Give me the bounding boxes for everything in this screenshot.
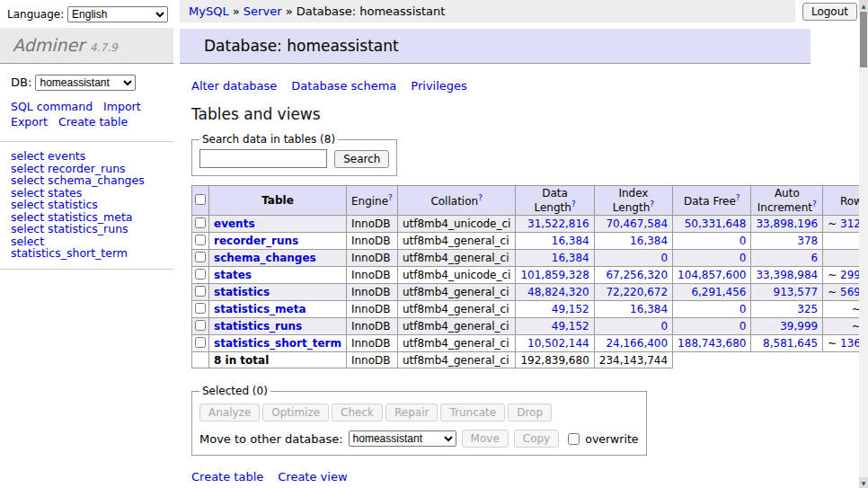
data-free-link[interactable]: 0 bbox=[740, 320, 747, 333]
help-link[interactable]: ? bbox=[650, 200, 654, 209]
row-checkbox[interactable] bbox=[195, 269, 206, 279]
truncate-button[interactable]: Truncate bbox=[440, 404, 505, 421]
help-link[interactable]: ? bbox=[478, 193, 483, 202]
sidebar-select-recorder-runs[interactable]: select recorder_runs bbox=[11, 163, 163, 175]
vertical-scrollbar[interactable]: ▲ ▼ bbox=[859, 0, 868, 488]
move-db-select[interactable]: homeassistant bbox=[349, 430, 456, 447]
auto-increment-cell: 913,577 bbox=[751, 284, 823, 301]
select-all-checkbox[interactable] bbox=[195, 194, 206, 205]
auto-increment-link[interactable]: 913,577 bbox=[774, 286, 819, 298]
help-link[interactable]: ? bbox=[812, 200, 817, 209]
link-create-table[interactable]: Create table bbox=[191, 470, 263, 484]
index-length-link[interactable]: 72,220,672 bbox=[606, 286, 668, 298]
auto-increment-link[interactable]: 325 bbox=[797, 303, 818, 315]
data-length-link[interactable]: 31,522,816 bbox=[527, 217, 589, 230]
language-select[interactable]: English bbox=[67, 6, 168, 22]
link-privileges[interactable]: Privileges bbox=[411, 79, 467, 93]
table-link-statistics[interactable]: statistics bbox=[214, 286, 270, 298]
sidebar-select-schema-changes[interactable]: select schema_changes bbox=[11, 174, 163, 187]
row-checkbox[interactable] bbox=[195, 217, 206, 228]
sidebar-link-import[interactable]: Import bbox=[103, 100, 141, 113]
auto-increment-link[interactable]: 8,581,645 bbox=[763, 337, 818, 350]
sidebar-select-states[interactable]: select states bbox=[11, 187, 163, 200]
data-length-link[interactable]: 49,152 bbox=[552, 320, 589, 333]
data-free-link[interactable]: 0 bbox=[740, 303, 747, 315]
help-link[interactable]: ? bbox=[736, 193, 740, 202]
data-length-link[interactable]: 48,824,320 bbox=[527, 286, 589, 298]
index-length-link[interactable]: 67,256,320 bbox=[606, 269, 668, 281]
row-checkbox[interactable] bbox=[195, 235, 206, 245]
index-length-link[interactable]: 16,384 bbox=[630, 235, 668, 247]
auto-increment-link[interactable]: 33,398,984 bbox=[756, 269, 818, 281]
collation-cell: utf8mb4_general_ci bbox=[397, 318, 516, 335]
link-database-schema[interactable]: Database schema bbox=[291, 79, 396, 93]
breadcrumb-item-mysql[interactable]: MySQL bbox=[189, 4, 229, 18]
app-name-link[interactable]: Adminer bbox=[13, 35, 84, 55]
index-length-link[interactable]: 16,384 bbox=[630, 303, 668, 315]
data-free-link[interactable]: 188,743,680 bbox=[678, 337, 746, 350]
row-checkbox[interactable] bbox=[195, 286, 206, 297]
sidebar-select-statistics-short-term[interactable]: select statistics_short_term bbox=[11, 235, 163, 260]
data-length-link[interactable]: 16,384 bbox=[552, 235, 589, 247]
approx-sign: ~ bbox=[828, 269, 840, 281]
table-link-statistics-short-term[interactable]: statistics_short_term bbox=[214, 337, 341, 350]
auto-increment-link[interactable]: 378 bbox=[797, 235, 818, 247]
row-checkbox[interactable] bbox=[195, 320, 206, 331]
help-link[interactable]: ? bbox=[571, 200, 576, 209]
data-free-link[interactable]: 104,857,600 bbox=[678, 269, 746, 281]
link-alter-database[interactable]: Alter database bbox=[191, 79, 277, 93]
overwrite-checkbox[interactable] bbox=[568, 433, 580, 445]
selected-fieldset: Selected (0) AnalyzeOptimizeCheckRepairT… bbox=[191, 385, 647, 456]
data-length-link[interactable]: 101,859,328 bbox=[520, 269, 589, 281]
data-free-link[interactable]: 0 bbox=[740, 235, 747, 247]
row-checkbox[interactable] bbox=[195, 303, 206, 314]
move-button[interactable]: Move bbox=[462, 430, 509, 448]
auto-increment-link[interactable]: 33,898,196 bbox=[756, 217, 818, 230]
scroll-down-arrow-icon[interactable]: ▼ bbox=[859, 477, 868, 488]
copy-button[interactable]: Copy bbox=[514, 430, 559, 448]
sidebar-select-statistics-runs[interactable]: select statistics_runs bbox=[11, 223, 163, 235]
analyze-button[interactable]: Analyze bbox=[199, 404, 260, 421]
search-input[interactable] bbox=[199, 149, 327, 168]
data-length-link[interactable]: 16,384 bbox=[552, 252, 589, 264]
collation-cell: utf8mb4_general_ci bbox=[397, 233, 516, 250]
sidebar-link-export[interactable]: Export bbox=[11, 115, 48, 129]
table-link-recorder-runs[interactable]: recorder_runs bbox=[214, 235, 298, 247]
table-link-states[interactable]: states bbox=[214, 269, 252, 281]
scrollbar-thumb[interactable] bbox=[860, 12, 867, 67]
sidebar-link-sql-command[interactable]: SQL command bbox=[11, 100, 93, 113]
index-length-link[interactable]: 0 bbox=[660, 252, 668, 264]
auto-increment-link[interactable]: 6 bbox=[811, 252, 819, 264]
index-length-link[interactable]: 0 bbox=[660, 320, 668, 333]
data-free-link[interactable]: 0 bbox=[740, 252, 747, 264]
data-free-link[interactable]: 50,331,648 bbox=[685, 217, 747, 230]
row-checkbox[interactable] bbox=[195, 337, 206, 348]
auto-increment-link[interactable]: 39,999 bbox=[780, 320, 818, 333]
drop-button[interactable]: Drop bbox=[508, 404, 552, 421]
help-link[interactable]: ? bbox=[388, 193, 393, 202]
table-link-schema-changes[interactable]: schema_changes bbox=[214, 252, 316, 264]
index-length-link[interactable]: 24,166,400 bbox=[606, 337, 668, 350]
table-link-statistics-runs[interactable]: statistics_runs bbox=[214, 320, 302, 333]
breadcrumb-item-server[interactable]: Server bbox=[244, 4, 282, 18]
sidebar-link-create-table[interactable]: Create table bbox=[58, 115, 128, 129]
sidebar-select-events[interactable]: select events bbox=[11, 150, 163, 163]
sidebar-select-statistics[interactable]: select statistics bbox=[11, 199, 163, 211]
link-create-view[interactable]: Create view bbox=[278, 470, 347, 484]
search-button[interactable]: Search bbox=[334, 150, 389, 168]
repair-button[interactable]: Repair bbox=[385, 404, 438, 421]
db-select[interactable]: homeassistant bbox=[35, 75, 136, 91]
logout-button[interactable]: Logout bbox=[802, 3, 857, 21]
scroll-up-arrow-icon[interactable]: ▲ bbox=[859, 0, 868, 11]
sidebar-select-statistics-meta[interactable]: select statistics_meta bbox=[11, 211, 163, 224]
table-link-statistics-meta[interactable]: statistics_meta bbox=[214, 303, 306, 315]
check-button[interactable]: Check bbox=[332, 404, 383, 421]
index-length-link[interactable]: 70,467,584 bbox=[606, 217, 668, 230]
row-checkbox[interactable] bbox=[195, 252, 206, 262]
data-free-link[interactable]: 6,291,456 bbox=[691, 286, 746, 298]
table-link-events[interactable]: events bbox=[214, 217, 255, 230]
tables-head-row: TableEngine?Collation?Data Length?Index … bbox=[192, 186, 868, 216]
data-length-link[interactable]: 49,152 bbox=[552, 303, 589, 315]
optimize-button[interactable]: Optimize bbox=[262, 404, 329, 421]
data-length-link[interactable]: 10,502,144 bbox=[527, 337, 589, 350]
